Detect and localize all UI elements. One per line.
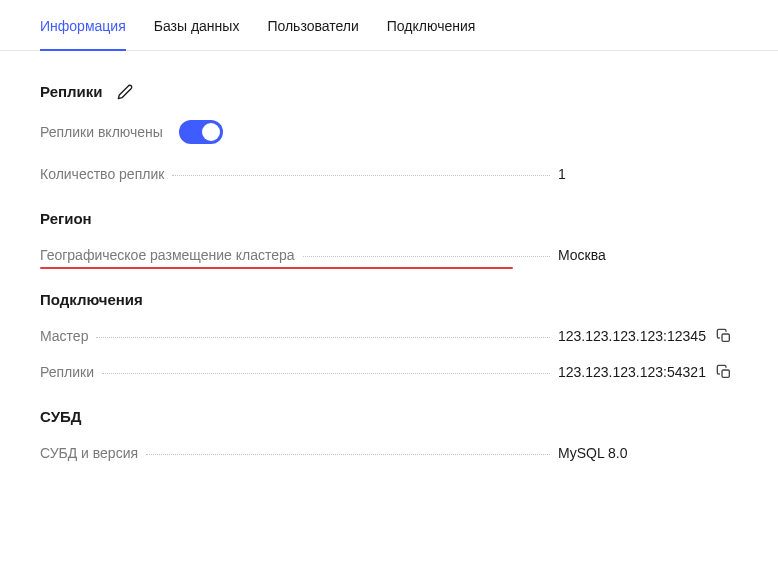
edit-icon[interactable] bbox=[117, 84, 133, 100]
svg-rect-1 bbox=[722, 370, 729, 377]
copy-icon[interactable] bbox=[716, 328, 732, 344]
connection-replicas-label: Реплики bbox=[40, 364, 94, 380]
section-region: Регион Географическое размещение кластер… bbox=[40, 210, 738, 263]
tabs: Информация Базы данных Пользователи Подк… bbox=[0, 0, 778, 51]
dots-separator-icon bbox=[96, 337, 550, 338]
replicas-toggle-row: Реплики включены bbox=[40, 120, 738, 144]
content: Реплики Реплики включены Количество репл… bbox=[0, 51, 778, 461]
connection-master-label: Мастер bbox=[40, 328, 88, 344]
replicas-count-label: Количество реплик bbox=[40, 166, 164, 182]
dots-separator-icon bbox=[102, 373, 550, 374]
dbms-version-label: СУБД и версия bbox=[40, 445, 138, 461]
connection-master-row: Мастер 123.123.123.123:12345 bbox=[40, 328, 738, 344]
section-title-region: Регион bbox=[40, 210, 92, 227]
section-title-connections: Подключения bbox=[40, 291, 143, 308]
region-location-value: Москва bbox=[558, 247, 606, 263]
section-title-dbms: СУБД bbox=[40, 408, 81, 425]
dots-separator-icon bbox=[303, 256, 550, 257]
section-header-replicas: Реплики bbox=[40, 83, 738, 100]
section-dbms: СУБД СУБД и версия MySQL 8.0 bbox=[40, 408, 738, 461]
replicas-count-row: Количество реплик 1 bbox=[40, 166, 738, 182]
connection-master-value: 123.123.123.123:12345 bbox=[558, 328, 706, 344]
switch-knob-icon bbox=[202, 123, 220, 141]
tab-users[interactable]: Пользователи bbox=[267, 18, 358, 50]
section-header-region: Регион bbox=[40, 210, 738, 227]
replicas-toggle-label: Реплики включены bbox=[40, 124, 163, 140]
replicas-count-value: 1 bbox=[558, 166, 566, 182]
tab-databases[interactable]: Базы данных bbox=[154, 18, 240, 50]
dots-separator-icon bbox=[172, 175, 550, 176]
region-location-row: Географическое размещение кластера Москв… bbox=[40, 247, 738, 263]
section-header-dbms: СУБД bbox=[40, 408, 738, 425]
connection-replicas-value: 123.123.123.123:54321 bbox=[558, 364, 706, 380]
section-title-replicas: Реплики bbox=[40, 83, 103, 100]
dbms-version-row: СУБД и версия MySQL 8.0 bbox=[40, 445, 738, 461]
replicas-toggle[interactable] bbox=[179, 120, 223, 144]
section-replicas: Реплики Реплики включены Количество репл… bbox=[40, 83, 738, 182]
tab-connections[interactable]: Подключения bbox=[387, 18, 476, 50]
highlight-underline-icon bbox=[40, 267, 513, 269]
dots-separator-icon bbox=[146, 454, 550, 455]
section-connections: Подключения Мастер 123.123.123.123:12345… bbox=[40, 291, 738, 380]
copy-icon[interactable] bbox=[716, 364, 732, 380]
tab-information[interactable]: Информация bbox=[40, 18, 126, 50]
svg-rect-0 bbox=[722, 334, 729, 341]
section-header-connections: Подключения bbox=[40, 291, 738, 308]
dbms-version-value: MySQL 8.0 bbox=[558, 445, 628, 461]
region-location-label: Географическое размещение кластера bbox=[40, 247, 295, 263]
connection-replicas-row: Реплики 123.123.123.123:54321 bbox=[40, 364, 738, 380]
